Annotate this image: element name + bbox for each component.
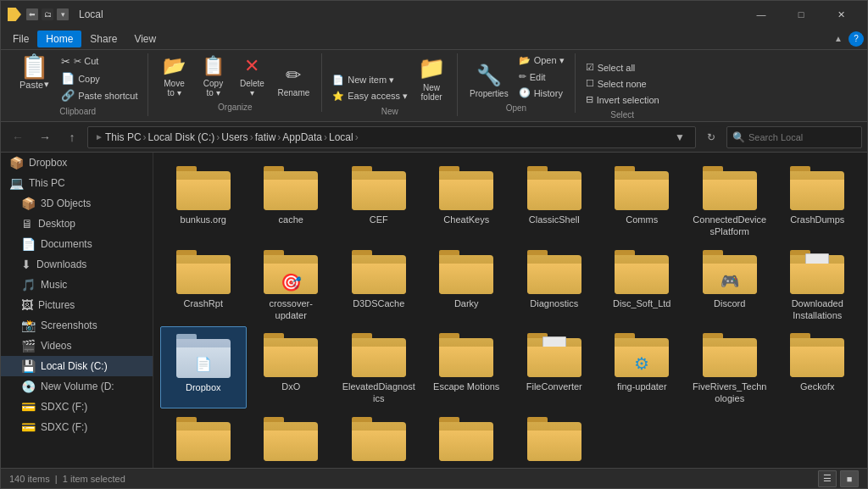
sidebar-item-documents[interactable]: 📄 Documents — [1, 234, 153, 254]
file-item-diagnostics[interactable]: Diagnostics — [511, 243, 598, 325]
newvolume-icon: 💿 — [21, 380, 36, 393]
file-item-classicshell[interactable]: ClassicShell — [511, 159, 598, 242]
search-box[interactable]: 🔍 Search Local — [726, 126, 862, 148]
menu-file[interactable]: File — [4, 31, 37, 47]
paste-button[interactable]: 📋 Paste ▾ — [14, 53, 54, 92]
path-users[interactable]: Users — [221, 131, 248, 143]
file-item-extra4[interactable] — [424, 410, 510, 468]
minimize-button[interactable]: — — [742, 1, 781, 28]
file-pane[interactable]: bunkus.org cache CEF — [153, 153, 867, 468]
file-item-dxo[interactable]: DxO — [248, 326, 335, 408]
sidebar-label-documents: Documents — [41, 238, 92, 250]
file-item-escapemotions[interactable]: Escape Motions — [424, 326, 510, 408]
menu-share[interactable]: Share — [81, 31, 125, 47]
sidebar-item-pictures[interactable]: 🖼 Pictures — [1, 295, 153, 315]
sidebar-item-thispc[interactable]: 💻 This PC — [1, 173, 153, 193]
sidebar-item-downloads[interactable]: ⬇ Downloads — [1, 254, 153, 275]
cut-button[interactable]: ✂ ✂ Cut — [58, 53, 141, 69]
rename-label: Rename — [277, 88, 309, 97]
file-item-cheatkeys[interactable]: CheatKeys — [424, 159, 510, 242]
sidebar-item-localdisk[interactable]: 💾 Local Disk (C:) — [1, 356, 153, 376]
path-dropdown-arrow[interactable]: ▼ — [671, 126, 688, 148]
file-item-crashrpt[interactable]: CrashRpt — [160, 243, 247, 325]
path-local-disk[interactable]: Local Disk (C:) — [148, 131, 215, 143]
path-local[interactable]: Local — [329, 131, 353, 143]
file-item-geckofx[interactable]: Geckofx — [775, 326, 861, 408]
file-item-d3dscache[interactable]: D3DSCache — [336, 243, 422, 325]
path-appdata[interactable]: AppData — [282, 131, 322, 143]
file-item-comms[interactable]: Comms — [599, 159, 686, 242]
select-all-button[interactable]: ☑ Select all — [582, 60, 663, 75]
sidebar-item-3dobjects[interactable]: 📦 3D Objects — [1, 193, 153, 214]
file-item-discord[interactable]: 🎮 Discord — [687, 243, 773, 325]
sidebar-label-videos: Videos — [41, 340, 71, 352]
sidebar-item-sdxc2[interactable]: 💳 SDXC (F:) — [1, 417, 153, 437]
rename-button[interactable]: ✏ Rename — [272, 63, 314, 99]
path-this-pc[interactable]: This PC — [105, 131, 142, 143]
sidebar-label-music: Music — [41, 279, 67, 291]
open-button[interactable]: 📂 Open ▾ — [515, 53, 568, 68]
menu-view[interactable]: View — [125, 31, 164, 47]
folder-icon-extra5 — [527, 417, 581, 461]
easy-access-button[interactable]: ⭐ Easy access ▾ — [329, 89, 411, 103]
address-path[interactable]: ► This PC › Local Disk (C:) › Users › fa… — [87, 126, 696, 148]
file-item-bunkus[interactable]: bunkus.org — [160, 159, 247, 242]
up-button[interactable]: ↑ — [60, 126, 84, 148]
file-item-extra1[interactable] — [160, 410, 247, 468]
file-item-crashdumps[interactable]: CrashDumps — [775, 159, 861, 242]
new-item-icon: 📄 — [332, 75, 344, 86]
file-item-elevateddiag[interactable]: ElevatedDiagnostics — [336, 326, 422, 408]
path-fatiw[interactable]: fatiw — [255, 131, 276, 143]
sidebar-item-newvolume[interactable]: 💿 New Volume (D: — [1, 376, 153, 397]
close-button[interactable]: ✕ — [821, 1, 860, 28]
quick-btn-1[interactable]: ⬅ — [26, 8, 38, 20]
sidebar-item-desktop[interactable]: 🖥 Desktop — [1, 214, 153, 234]
help-btn[interactable]: ? — [849, 31, 864, 47]
sidebar-item-music[interactable]: 🎵 Music — [1, 275, 153, 295]
new-folder-button[interactable]: 📁 Newfolder — [413, 53, 450, 103]
sidebar-item-sdxc1[interactable]: 💳 SDXC (F:) — [1, 397, 153, 417]
folder-icon-elevateddiag — [352, 333, 406, 377]
folder-icon-crashdumps — [790, 166, 844, 210]
quick-btn-2[interactable]: 🗂 — [42, 8, 53, 20]
edit-button[interactable]: ✏ Edit — [515, 69, 568, 84]
file-item-fiverivers[interactable]: FiveRivers_Technologies — [687, 326, 773, 408]
forward-button[interactable]: → — [33, 126, 57, 148]
file-item-fileconverter[interactable]: FileConverter — [511, 326, 598, 408]
new-item-button[interactable]: 📄 New item ▾ — [329, 73, 411, 87]
list-view-btn[interactable]: ☰ — [818, 470, 837, 487]
sidebar-item-videos[interactable]: 🎬 Videos — [1, 336, 153, 356]
properties-button[interactable]: 🔧 Properties — [465, 62, 514, 100]
sidebar-item-screenshots[interactable]: 📸 Screenshots — [1, 315, 153, 336]
file-item-fingupdater[interactable]: ⚙ fing-updater — [599, 326, 686, 408]
menu-home[interactable]: Home — [37, 31, 81, 47]
move-to-button[interactable]: 📂 Moveto ▾ — [155, 53, 192, 99]
paste-shortcut-button[interactable]: 🔗 Paste shortcut — [58, 87, 141, 103]
refresh-button[interactable]: ↻ — [699, 126, 723, 148]
file-item-dropbox[interactable]: 📄 Dropbox — [160, 326, 247, 408]
invert-selection-button[interactable]: ⊟ Invert selection — [582, 92, 663, 107]
grid-view-btn[interactable]: ■ — [840, 470, 859, 487]
file-item-connecteddevices[interactable]: ConnectedDevicesPlatform — [687, 159, 773, 242]
copy-to-button[interactable]: 📋 Copyto ▾ — [194, 53, 231, 99]
select-none-button[interactable]: ☐ Select none — [582, 76, 663, 91]
back-button[interactable]: ← — [6, 126, 30, 148]
file-item-extra2[interactable] — [248, 410, 335, 468]
maximize-button[interactable]: □ — [782, 1, 821, 28]
history-button[interactable]: 🕐 History — [515, 86, 568, 100]
file-item-crossover[interactable]: 🎯 crossover-updater — [248, 243, 335, 325]
file-item-darky[interactable]: Darky — [424, 243, 510, 325]
file-item-cache[interactable]: cache — [248, 159, 335, 242]
copy-button[interactable]: 📄 Copy — [58, 70, 141, 86]
sidebar-item-dropbox[interactable]: 📦 Dropbox — [1, 153, 153, 173]
file-item-cef[interactable]: CEF — [336, 159, 422, 242]
file-item-extra5[interactable] — [511, 410, 598, 468]
organize-label: Organize — [218, 103, 253, 112]
file-item-extra3[interactable] — [336, 410, 422, 468]
delete-button[interactable]: ✕ Delete▾ — [233, 53, 270, 99]
file-item-discsoftltd[interactable]: Disc_Soft_Ltd — [599, 243, 686, 325]
quick-btn-3[interactable]: ▾ — [57, 8, 69, 20]
file-item-downloaded[interactable]: Downloaded Installations — [775, 243, 861, 325]
file-name-crashdumps: CrashDumps — [790, 214, 844, 225]
ribbon-collapse-btn[interactable]: ▲ — [830, 31, 847, 47]
